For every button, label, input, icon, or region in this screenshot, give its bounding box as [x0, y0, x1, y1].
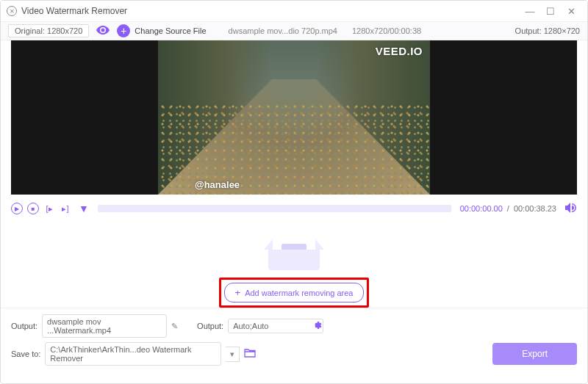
- tray-icon: [268, 233, 320, 270]
- saveto-dropdown[interactable]: ▾: [226, 347, 240, 362]
- close-button[interactable]: ✕: [561, 6, 581, 17]
- add-source-icon[interactable]: +: [117, 24, 130, 37]
- saveto-path-field[interactable]: C:\ArkThinker\ArkThin...deo Watermark Re…: [45, 342, 221, 366]
- output-settings-icon[interactable]: [313, 320, 323, 332]
- watermark-drop-area: + Add watermark removing area: [1, 220, 587, 308]
- minimize-button[interactable]: —: [520, 6, 540, 17]
- output-dimensions: Output: 1280×720: [515, 26, 580, 35]
- export-button[interactable]: Export: [492, 343, 577, 365]
- plus-icon: +: [235, 287, 241, 298]
- add-watermark-area-button[interactable]: + Add watermark removing area: [224, 283, 365, 303]
- watermark-hanalee: @hanalee: [195, 179, 240, 190]
- maximize-button[interactable]: ☐: [540, 6, 561, 17]
- info-bar: Original: 1280x720 + Change Source File …: [1, 21, 587, 40]
- video-frame: VEED.IO @hanalee: [158, 40, 430, 195]
- timeline-scrubber[interactable]: [98, 205, 451, 212]
- source-dimensions-duration: 1280x720/00:00:38: [352, 26, 421, 35]
- play-button[interactable]: ▶: [11, 203, 23, 214]
- highlight-annotation: + Add watermark removing area: [219, 278, 370, 308]
- source-filename: dwsample mov...dio 720p.mp4: [229, 26, 337, 35]
- output-filename-field[interactable]: dwsample mov ...Watermark.mp4: [42, 314, 167, 338]
- add-watermark-label: Add watermark removing area: [245, 289, 353, 297]
- preview-toggle-icon[interactable]: [96, 25, 110, 37]
- app-icon: ✕: [7, 6, 17, 16]
- saveto-label: Save to:: [11, 349, 40, 358]
- open-folder-icon[interactable]: [244, 348, 256, 360]
- video-preview[interactable]: VEED.IO @hanalee: [11, 40, 577, 195]
- frame-back-button[interactable]: [▸: [43, 203, 55, 214]
- edit-output-icon[interactable]: ✎: [171, 322, 178, 331]
- playhead-icon[interactable]: ▼: [79, 203, 89, 214]
- output-file-label: Output:: [11, 322, 37, 330]
- title-bar: ✕ Video Watermark Remover — ☐ ✕: [1, 1, 587, 21]
- bottom-panel: Output: dwsample mov ...Watermark.mp4 ✎ …: [1, 308, 587, 366]
- output-mode-label: Output:: [197, 322, 223, 330]
- output-mode-field[interactable]: Auto;Auto: [228, 319, 323, 333]
- time-total: 00:00:38.23: [514, 204, 556, 213]
- change-source-button[interactable]: Change Source File: [135, 26, 206, 35]
- watermark-veed: VEED.IO: [376, 45, 423, 57]
- volume-icon[interactable]: [565, 203, 577, 215]
- time-separator: /: [507, 204, 509, 213]
- playback-controls: ▶ ■ [▸ ▸] ▼ 00:00:00.00/00:00:38.23: [1, 198, 587, 220]
- frame-forward-button[interactable]: ▸]: [60, 203, 71, 214]
- time-current: 00:00:00.00: [460, 204, 503, 213]
- stop-button[interactable]: ■: [27, 203, 39, 214]
- app-title: Video Watermark Remover: [21, 6, 127, 16]
- original-dimensions: Original: 1280x720: [8, 24, 89, 37]
